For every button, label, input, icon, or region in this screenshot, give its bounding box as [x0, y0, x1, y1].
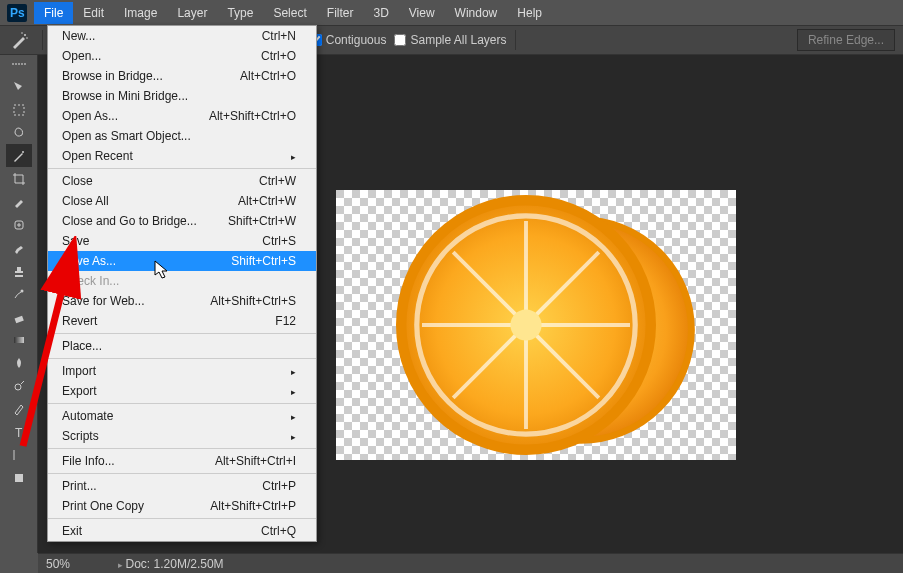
svg-point-2	[24, 34, 26, 36]
eyedropper-tool[interactable]	[6, 190, 32, 213]
menu-file[interactable]: File	[34, 2, 73, 24]
sample-all-checkbox[interactable]: Sample All Layers	[394, 33, 506, 47]
wand-tool[interactable]	[6, 144, 32, 167]
magic-wand-icon[interactable]	[6, 28, 34, 52]
menuitem-open-as[interactable]: Open As...Alt+Shift+Ctrl+O	[48, 106, 316, 126]
menuitem-close-all[interactable]: Close AllAlt+Ctrl+W	[48, 191, 316, 211]
menuitem-close-and-go-to-bridge[interactable]: Close and Go to Bridge...Shift+Ctrl+W	[48, 211, 316, 231]
menuitem-exit[interactable]: ExitCtrl+Q	[48, 521, 316, 541]
doc-info[interactable]: Doc: 1.20M/2.50M	[118, 557, 224, 571]
menu-edit[interactable]: Edit	[73, 2, 114, 24]
move-tool[interactable]	[6, 75, 32, 98]
mouse-cursor-icon	[154, 260, 170, 280]
menuitem-browse-in-bridge[interactable]: Browse in Bridge...Alt+Ctrl+O	[48, 66, 316, 86]
menuitem-browse-in-mini-bridge[interactable]: Browse in Mini Bridge...	[48, 86, 316, 106]
menuitem-print-one-copy[interactable]: Print One CopyAlt+Shift+Ctrl+P	[48, 496, 316, 516]
menu-help[interactable]: Help	[507, 2, 552, 24]
zoom-level[interactable]: 50%	[46, 557, 106, 571]
crop-tool[interactable]	[6, 167, 32, 190]
divider	[515, 30, 516, 50]
menubar: Ps FileEditImageLayerTypeSelectFilter3DV…	[0, 0, 903, 25]
menu-type[interactable]: Type	[217, 2, 263, 24]
svg-text:Ps: Ps	[10, 6, 25, 20]
menuitem-print[interactable]: Print...Ctrl+P	[48, 476, 316, 496]
app-logo-icon: Ps	[6, 4, 28, 22]
menu-window[interactable]: Window	[445, 2, 508, 24]
menu-filter[interactable]: Filter	[317, 2, 364, 24]
heal-tool[interactable]	[6, 213, 32, 236]
svg-point-3	[26, 37, 28, 39]
menu-layer[interactable]: Layer	[167, 2, 217, 24]
svg-rect-14	[15, 474, 23, 482]
refine-edge-button[interactable]: Refine Edge...	[797, 29, 895, 51]
marquee-tool[interactable]	[6, 98, 32, 121]
menuitem-open-as-smart-object[interactable]: Open as Smart Object...	[48, 126, 316, 146]
menuitem-open[interactable]: Open...Ctrl+O	[48, 46, 316, 66]
document-canvas[interactable]	[336, 190, 736, 460]
lasso-tool[interactable]	[6, 121, 32, 144]
menuitem-close[interactable]: CloseCtrl+W	[48, 171, 316, 191]
annotation-arrow-icon	[13, 236, 93, 456]
divider	[42, 30, 43, 50]
status-bar: 50% Doc: 1.20M/2.50M	[38, 553, 903, 573]
svg-point-28	[510, 309, 541, 340]
menu-view[interactable]: View	[399, 2, 445, 24]
contiguous-checkbox[interactable]: Contiguous	[310, 33, 387, 47]
menu-select[interactable]: Select	[263, 2, 316, 24]
svg-point-4	[21, 32, 23, 34]
svg-line-29	[23, 254, 71, 446]
menuitem-new[interactable]: New...Ctrl+N	[48, 26, 316, 46]
menu-image[interactable]: Image	[114, 2, 167, 24]
image-content	[396, 195, 656, 455]
panel-grip-icon[interactable]	[5, 63, 33, 69]
menu-3d[interactable]: 3D	[363, 2, 398, 24]
shape-tool[interactable]	[6, 466, 32, 489]
svg-point-6	[22, 151, 24, 153]
svg-rect-5	[14, 105, 24, 115]
menuitem-open-recent[interactable]: Open Recent	[48, 146, 316, 166]
